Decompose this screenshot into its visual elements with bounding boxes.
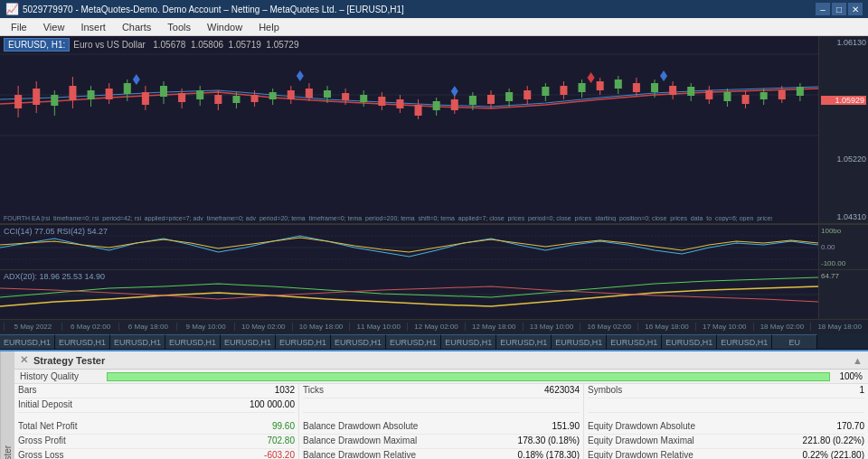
chart-tabs: EURUSD,H1 EURUSD,H1 EURUSD,H1 EURUSD,H1 … <box>0 333 868 350</box>
svg-rect-77 <box>669 86 676 95</box>
strategy-tester-vertical-label: Strategy Tester <box>0 351 14 459</box>
svg-rect-47 <box>396 99 403 108</box>
time-label-5: 10 May 18:00 <box>292 323 350 331</box>
svg-rect-9 <box>51 95 58 106</box>
time-label-4: 10 May 02:00 <box>234 323 292 331</box>
close-tester-icon[interactable]: ✕ <box>20 354 28 366</box>
menu-bar: File View Insert Charts Tools Window Hel… <box>0 18 868 36</box>
chart-symbol-badge: EURUSD, H1: <box>4 38 70 52</box>
time-label-7: 12 May 02:00 <box>407 323 465 331</box>
time-label-0: 5 May 2022 <box>4 323 61 331</box>
svg-rect-83 <box>723 92 731 101</box>
results-col-2: Ticks 4623034 Balance Drawdown Absolute … <box>299 384 584 459</box>
time-label-6: 11 May 10:00 <box>349 323 407 331</box>
svg-rect-33 <box>269 92 277 99</box>
close-button[interactable]: ✕ <box>848 3 863 15</box>
svg-rect-75 <box>651 83 658 92</box>
chart-tab-1[interactable]: EURUSD,H1 <box>55 334 110 349</box>
chart-tab-0[interactable]: EURUSD,H1 <box>0 334 55 349</box>
svg-rect-85 <box>742 95 750 104</box>
svg-rect-63 <box>542 87 549 96</box>
menu-window[interactable]: Window <box>200 20 250 34</box>
svg-rect-81 <box>705 90 712 99</box>
svg-rect-67 <box>579 83 586 92</box>
chart-tab-14[interactable]: EU <box>772 334 817 349</box>
strategy-tester-panel: Strategy Tester ✕ Strategy Tester ▲ Hist… <box>0 350 868 459</box>
chart-header: EURUSD, H1: Euro vs US Dollar 1.05678 1.… <box>0 36 868 53</box>
svg-rect-15 <box>106 89 113 99</box>
result-symbols: Symbols 1 <box>588 384 864 398</box>
current-price: 1.05929 <box>821 96 866 105</box>
indicator-panel-2: ADX(20): 18.96 25.53 14.90 64.77 <box>0 269 868 319</box>
chart-tab-9[interactable]: EURUSD,H1 <box>496 334 552 349</box>
indicator-1-axis: 100bo 0.00 -100.00 <box>818 225 868 269</box>
title-bar: 📈 5029779970 - MetaQuotes-Demo. Demo Acc… <box>0 0 868 18</box>
svg-rect-53 <box>451 99 458 110</box>
svg-rect-17 <box>124 83 131 94</box>
menu-view[interactable]: View <box>36 20 72 34</box>
time-label-1: 6 May 02:00 <box>61 323 119 331</box>
indicator-2-axis: 64.77 <box>818 270 868 319</box>
results-col-1: Bars 1032 Initial Deposit 100 000.00 Tot… <box>14 384 299 459</box>
chart-info: Euro vs US Dollar 1.05678 1.05806 1.0571… <box>73 40 298 50</box>
chart-tab-12[interactable]: EURUSD,H1 <box>662 334 717 349</box>
price-mid: 1.05220 <box>821 155 866 164</box>
time-label-3: 9 May 10:00 <box>176 323 234 331</box>
chart-tab-10[interactable]: EURUSD,H1 <box>552 334 607 349</box>
chart-tab-2[interactable]: EURUSD,H1 <box>110 334 165 349</box>
time-label-11: 16 May 18:00 <box>637 323 695 331</box>
time-label-10: 16 May 02:00 <box>580 323 637 331</box>
results-columns: Bars 1032 Initial Deposit 100 000.00 Tot… <box>14 384 868 459</box>
svg-rect-87 <box>760 92 768 99</box>
svg-rect-27 <box>214 95 222 104</box>
svg-rect-31 <box>251 95 259 102</box>
result-net-profit: Total Net Profit 99.60 <box>18 420 295 435</box>
spacer-col3-1 <box>588 413 864 420</box>
chart-tab-11[interactable]: EURUSD,H1 <box>607 334 662 349</box>
result-balance-dd-abs: Balance Drawdown Absolute 151.90 <box>303 420 580 435</box>
result-col2-1 <box>303 398 580 413</box>
cci-chart <box>0 225 818 269</box>
svg-rect-91 <box>797 87 804 96</box>
svg-rect-55 <box>469 96 476 105</box>
chart-tab-5[interactable]: EURUSD,H1 <box>276 334 331 349</box>
svg-rect-37 <box>306 89 313 98</box>
svg-rect-43 <box>360 95 367 102</box>
menu-file[interactable]: File <box>4 20 34 34</box>
chart-tab-3[interactable]: EURUSD,H1 <box>165 334 221 349</box>
result-initial-deposit: Initial Deposit 100 000.00 <box>18 398 295 413</box>
menu-charts[interactable]: Charts <box>115 20 158 34</box>
chart-tab-6[interactable]: EURUSD,H1 <box>331 334 386 349</box>
svg-rect-51 <box>433 101 440 110</box>
result-balance-dd-max: Balance Drawdown Maximal 178.30 (0.18%) <box>303 435 580 449</box>
svg-rect-35 <box>288 90 295 99</box>
chart-tab-4[interactable]: EURUSD,H1 <box>221 334 276 349</box>
svg-rect-39 <box>324 90 331 98</box>
expand-icon[interactable]: ▲ <box>853 355 863 366</box>
history-quality-row: History Quality 100% <box>14 370 868 384</box>
history-quality-label: History Quality <box>20 371 101 381</box>
menu-insert[interactable]: Insert <box>73 20 113 34</box>
svg-rect-73 <box>633 83 640 92</box>
time-label-13: 18 May 02:00 <box>753 323 811 331</box>
spacer-1 <box>18 413 295 420</box>
svg-rect-79 <box>687 87 694 96</box>
chart-tab-13[interactable]: EURUSD,H1 <box>717 334 772 349</box>
time-label-9: 13 May 10:00 <box>523 323 580 331</box>
svg-rect-29 <box>232 96 240 103</box>
maximize-button[interactable]: □ <box>832 3 846 15</box>
chart-tab-8[interactable]: EURUSD,H1 <box>441 334 496 349</box>
result-balance-dd-rel: Balance Drawdown Relative 0.18% (178.30) <box>303 449 580 459</box>
result-ticks: Ticks 4623034 <box>303 384 580 398</box>
svg-rect-71 <box>615 80 622 89</box>
time-label-14: 18 May 18:00 <box>810 323 868 331</box>
time-axis: 5 May 2022 6 May 02:00 6 May 18:00 9 May… <box>0 319 868 333</box>
app-icon: 📈 <box>5 3 19 15</box>
minimize-button[interactable]: – <box>816 3 830 15</box>
svg-rect-11 <box>69 86 76 100</box>
result-col3-1 <box>588 398 864 413</box>
svg-rect-57 <box>487 95 495 104</box>
chart-tab-7[interactable]: EURUSD,H1 <box>386 334 441 349</box>
menu-help[interactable]: Help <box>251 20 287 34</box>
menu-tools[interactable]: Tools <box>160 20 198 34</box>
